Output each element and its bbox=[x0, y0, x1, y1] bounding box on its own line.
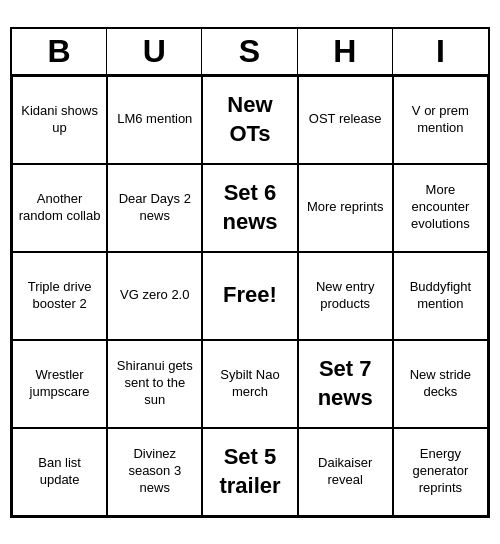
header-letter-s: S bbox=[202, 29, 297, 74]
bingo-cell-2-2[interactable]: Free! bbox=[202, 252, 297, 340]
bingo-cell-3-4[interactable]: New stride decks bbox=[393, 340, 488, 428]
bingo-cell-3-1[interactable]: Shiranui gets sent to the sun bbox=[107, 340, 202, 428]
bingo-cell-2-0[interactable]: Triple drive booster 2 bbox=[12, 252, 107, 340]
bingo-cell-2-1[interactable]: VG zero 2.0 bbox=[107, 252, 202, 340]
header-letter-b: B bbox=[12, 29, 107, 74]
bingo-cell-0-3[interactable]: OST release bbox=[298, 76, 393, 164]
bingo-cell-1-1[interactable]: Dear Days 2 news bbox=[107, 164, 202, 252]
bingo-cell-1-4[interactable]: More encounter evolutions bbox=[393, 164, 488, 252]
bingo-cell-4-2[interactable]: Set 5 trailer bbox=[202, 428, 297, 516]
bingo-cell-4-3[interactable]: Daikaiser reveal bbox=[298, 428, 393, 516]
bingo-cell-0-1[interactable]: LM6 mention bbox=[107, 76, 202, 164]
bingo-cell-3-3[interactable]: Set 7 news bbox=[298, 340, 393, 428]
bingo-cell-0-2[interactable]: New OTs bbox=[202, 76, 297, 164]
header-letter-u: U bbox=[107, 29, 202, 74]
bingo-cell-3-0[interactable]: Wrestler jumpscare bbox=[12, 340, 107, 428]
bingo-cell-3-2[interactable]: Sybilt Nao merch bbox=[202, 340, 297, 428]
bingo-cell-1-0[interactable]: Another random collab bbox=[12, 164, 107, 252]
bingo-cell-4-0[interactable]: Ban list update bbox=[12, 428, 107, 516]
bingo-grid: Kidani shows upLM6 mentionNew OTsOST rel… bbox=[12, 76, 488, 516]
bingo-cell-1-2[interactable]: Set 6 news bbox=[202, 164, 297, 252]
bingo-header: BUSHI bbox=[12, 29, 488, 76]
bingo-cell-2-4[interactable]: Buddyfight mention bbox=[393, 252, 488, 340]
bingo-cell-1-3[interactable]: More reprints bbox=[298, 164, 393, 252]
header-letter-h: H bbox=[298, 29, 393, 74]
bingo-cell-4-4[interactable]: Energy generator reprints bbox=[393, 428, 488, 516]
bingo-cell-0-4[interactable]: V or prem mention bbox=[393, 76, 488, 164]
bingo-cell-0-0[interactable]: Kidani shows up bbox=[12, 76, 107, 164]
bingo-board: BUSHI Kidani shows upLM6 mentionNew OTsO… bbox=[10, 27, 490, 518]
bingo-cell-4-1[interactable]: Divinez season 3 news bbox=[107, 428, 202, 516]
header-letter-i: I bbox=[393, 29, 488, 74]
bingo-cell-2-3[interactable]: New entry products bbox=[298, 252, 393, 340]
